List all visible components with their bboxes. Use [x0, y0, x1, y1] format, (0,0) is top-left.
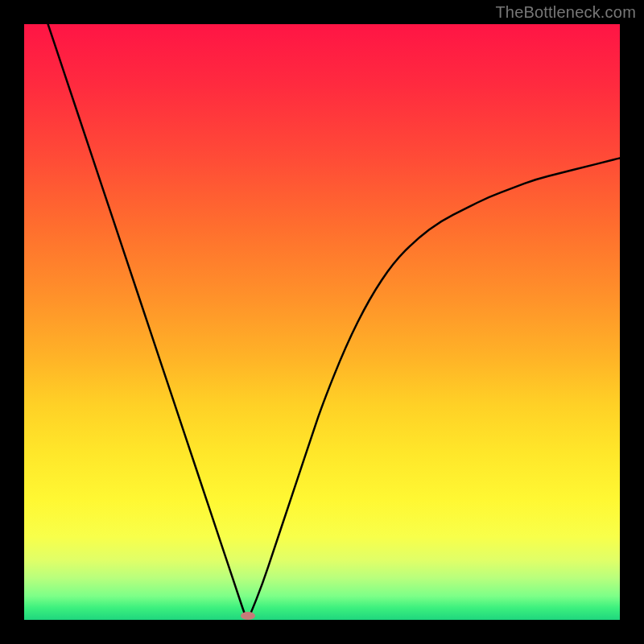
curve-svg: [24, 24, 620, 620]
plot-area: [24, 24, 620, 620]
watermark-label: TheBottleneck.com: [495, 3, 636, 22]
min-point-marker: [241, 612, 255, 620]
chart-frame: TheBottleneck.com: [0, 0, 644, 644]
bottleneck-curve: [48, 24, 620, 618]
